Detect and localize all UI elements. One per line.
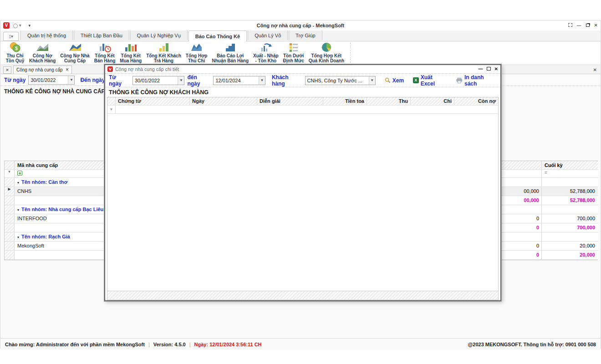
focus-mode-button[interactable] [568,23,572,28]
group-total-row-right: 020,000 [502,251,598,260]
tab-cong-no-nha-cung-cap[interactable]: Công nợ nhà cung cấp ✕ [13,66,72,74]
bars-green-icon [157,42,170,53]
dialog-to-date-combo[interactable]: 12/01/2024 ▼ [213,76,265,85]
customer-combo[interactable]: CNHS, Công Ty Nước ... ▼ [305,76,376,85]
column-header-ngay[interactable]: Ngày [190,97,257,105]
title-bar: V ▾ ▼ Công nợ nhà cung cấp - MekongSoft … [0,20,601,30]
main-from-date-value: 30/01/2022 [29,77,68,83]
column-header-diengiai[interactable]: Diễn giải [257,97,323,105]
toolbar-button-bars-arrow[interactable]: Xuất - Nhập - Tồn Kho [251,41,281,64]
tab-close-icon[interactable]: ✕ [66,66,69,74]
toolbar-button-label: Tổng Kết Khách Trả Hàng [146,53,181,63]
close-all-tabs-button[interactable]: ✕ [3,66,11,74]
dialog-close-button[interactable]: ✕ [494,66,498,72]
toolbar-button-area-gray[interactable]: Công Nợ Khách Hàng [27,41,58,64]
menu-tab-quản-lý-nghiệp-vụ[interactable]: Quản Lý Nghiệp Vụ [130,30,188,40]
supplier-row-right[interactable]: 0700,000 [502,214,598,223]
menu-tab-thiết-lập-ban-đầu[interactable]: Thiết Lập Ban Đầu [74,30,129,40]
bars-multi-icon [124,42,138,53]
export-excel-button[interactable]: X Xuất Excel [413,74,447,87]
cell [502,178,542,187]
mountain-icon [190,42,204,53]
dialog-from-date-combo[interactable]: 30/01/2022 ▼ [132,76,184,85]
group-total-row-right: 0700,000 [502,223,598,233]
app-logo-icon: V [3,22,10,29]
chevron-down-icon: ▼ [68,76,74,84]
cuoi-ky-cell: 700,000 [542,214,598,223]
toolbar-button-list[interactable]: Tồn Dưới Định Mức [281,41,306,64]
toolbar-button-coins[interactable]: $Thu Chi Tồn Quỹ [3,41,27,64]
cell [502,233,542,241]
supplier-row-right[interactable]: 00,00052,788,000 [502,187,598,196]
main-from-date-combo[interactable]: 30/01/2022 ▼ [28,76,75,85]
value-cell: 0 [502,242,542,250]
quick-access-button[interactable]: ▾ [13,23,21,28]
cell [542,205,598,214]
value-cell: 0 [502,214,542,223]
group-total-cuoi-ky: 700,000 [542,223,598,232]
tab-label: Công nợ nhà cung cấp [16,66,63,74]
collapse-arrow-icon[interactable]: ▾ [17,208,19,212]
toolbar-button-solid-chart[interactable]: Báo Cáo Lợi Nhuận Bán Hàng [209,41,251,64]
status-support: @2023 MEKONGSOFT. Thông tin hỗ trợ: 0901… [468,342,596,347]
filter-cell[interactable]: = [542,170,598,177]
cell [502,205,542,214]
print-list-button[interactable]: In danh sách [456,74,497,87]
menu-tab-báo-cáo-thống-kê[interactable]: Báo Cáo Thống Kê [188,30,247,41]
toolbar-button-mountain[interactable]: Tổng Hợp Thu Chi [183,41,210,64]
cuoi-ky-cell: 20,000 [542,242,598,250]
column-header-thu[interactable]: Thu [367,97,411,105]
menu-bar: ▯▾ Quản trị hệ thốngThiết Lập Ban ĐầuQuả… [0,30,601,41]
row-indicator [5,223,15,232]
filter-cell[interactable] [502,170,542,177]
cell [542,178,598,187]
view-button-label: Xem [392,77,404,84]
dialog-maximize-button[interactable] [487,66,491,72]
collapse-arrow-icon[interactable]: ▾ [17,235,19,239]
supplier-row-right[interactable]: 020,000 [502,242,598,251]
minimize-button[interactable]: — [577,23,581,28]
dialog-from-date-label: Từ ngày [109,74,130,87]
dialog-minimize-button[interactable]: — [479,66,483,72]
view-button[interactable]: Xem [385,77,404,84]
column-header-chi[interactable]: Chi [411,97,454,105]
dialog-section-title: THỐNG KÊ CÔNG NỢ KHÁCH HÀNG [105,87,500,97]
menu-tab-trợ-giúp[interactable]: Trợ Giúp [289,30,322,40]
group-name: Tên nhóm: Rạch Giá [21,234,70,239]
toolbar-button-pie[interactable]: Tổng Hợp Kết Quả Kinh Doanh [306,41,346,64]
collapse-arrow-icon[interactable]: ▾ [17,181,19,185]
debt-detail-table: Chứng từNgàyDiễn giảiTiền toaThuChiCòn n… [107,97,499,300]
chevron-down-icon: ▼ [178,76,184,85]
column-header-conno[interactable]: Còn nợ [454,97,498,105]
tabstrip-close-button[interactable]: ✕ [593,66,597,74]
bar-clock-icon [98,42,112,53]
toolbar-button-label: Xuất - Nhập - Tồn Kho [253,53,279,63]
ribbon-menu-button[interactable]: ▯▾ [3,32,19,41]
customer-label: Khách hàng [272,74,302,87]
close-button[interactable]: ✕ [594,23,598,28]
row-indicator [5,242,15,250]
excel-icon: X [413,77,419,83]
row-indicator [5,251,15,259]
toolbar-button-bars-multi[interactable]: Tổng Kết Mua Hàng [117,41,144,64]
window-title: Công nợ nhà cung cấp - MekongSoft [0,23,601,28]
column-header-cuoi-ky[interactable]: Cuối kỳ [542,161,598,169]
autofilter-pin-icon[interactable]: ▼ [107,106,116,113]
supplier-debt-detail-dialog: V Công nợ nhà cung cấp chi tiết — ✕ Từ n… [104,64,501,301]
column-header-tientoa[interactable]: Tiền toa [323,97,367,105]
autofilter-pin-icon[interactable]: ▼ [5,170,15,177]
toolbar-button-bar-clock[interactable]: Tổng Kết Bán Hàng [92,41,118,64]
dialog-title-bar[interactable]: V Công nợ nhà cung cấp chi tiết — ✕ [105,65,500,74]
toolbar-options-button[interactable]: ▼ [28,24,31,28]
menu-tab-quản-lý-vỏ[interactable]: Quản Lý Vỏ [248,30,288,40]
menu-tab-quản-trị-hệ-thống[interactable]: Quản trị hệ thống [20,30,73,40]
toolbar-button-bars-green[interactable]: Tổng Kết Khách Trả Hàng [144,41,183,64]
group-total-row-right: 00,00052,788,000 [502,196,598,205]
row-indicator: ▶ [5,187,15,196]
column-header-chungtu[interactable]: Chứng từ [116,97,190,105]
toolbar-button-label: Tồn Dưới Định Mức [283,53,304,63]
restore-button[interactable] [586,23,590,28]
grid-corner [107,97,116,105]
chevron-down-icon: ▼ [259,76,265,85]
toolbar-button-area-blue[interactable]: Công Nợ Nhà Cung Cấp [58,41,92,64]
